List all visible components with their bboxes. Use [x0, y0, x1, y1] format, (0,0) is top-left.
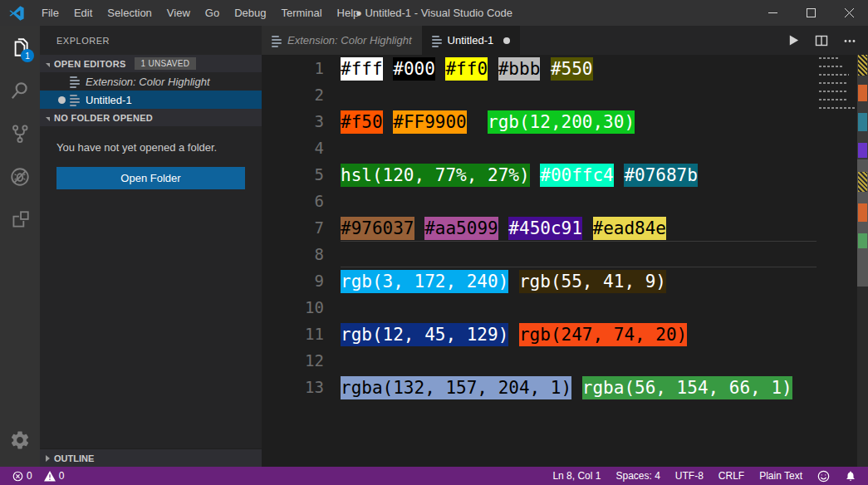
run-button[interactable] [787, 34, 800, 47]
menu-item-selection[interactable]: Selection [100, 0, 159, 26]
error-count: 0 [27, 470, 32, 482]
menu-item-edit[interactable]: Edit [66, 0, 100, 26]
feedback-smiley-icon[interactable] [814, 467, 833, 485]
debug-icon[interactable] [0, 155, 40, 198]
eol[interactable]: CRLF [715, 467, 748, 485]
tab-label: Extension: Color Highlight [287, 34, 412, 47]
source-control-icon[interactable] [0, 112, 40, 155]
space-token [435, 57, 446, 81]
menu-item-file[interactable]: File [34, 0, 66, 26]
code-line[interactable]: 5hsl(120, 77%, 27%) #00ffc4 #07687b [262, 161, 868, 188]
color-token: rgb(12, 45, 129) [341, 323, 508, 346]
code-line[interactable]: 9rgb(3, 172, 240) rgb(55, 41, 9) [262, 267, 868, 294]
minimap-line [819, 99, 848, 100]
code-line[interactable]: 6 [262, 188, 868, 214]
open-editor-item[interactable]: Untitled-1 [40, 91, 262, 109]
code-line[interactable]: 8 [262, 241, 868, 267]
maximize-button[interactable] [792, 0, 830, 26]
menu-item-terminal[interactable]: Terminal [273, 0, 329, 26]
color-token: rgba(56, 154, 66, 1) [582, 376, 792, 399]
code-line[interactable]: 1#fff #000 #ff0 #bbb #550 [262, 55, 868, 81]
encoding[interactable]: UTF-8 [672, 467, 707, 485]
ruler-color-mark [858, 55, 867, 76]
editor-group: Extension: Color HighlightUntitled-1 [262, 26, 868, 467]
line-content: #976037 #aa5099 #450c91 #ead84e [341, 214, 817, 241]
line-number: 3 [262, 108, 324, 135]
editor-tab[interactable]: Extension: Color Highlight [262, 26, 422, 55]
tab-bar: Extension: Color HighlightUntitled-1 [262, 26, 868, 55]
menu-item-go[interactable]: Go [198, 0, 227, 26]
code-line[interactable]: 2 [262, 81, 868, 108]
code-line[interactable]: 12 [262, 347, 868, 374]
title-bar: FileEditSelectionViewGoDebugTerminalHelp… [0, 0, 868, 26]
chevron-collapsed-icon [46, 455, 50, 462]
editor-tab[interactable]: Untitled-1 [422, 26, 521, 55]
cursor-position[interactable]: Ln 8, Col 1 [549, 467, 604, 485]
more-actions-button[interactable] [843, 34, 856, 47]
settings-gear-icon[interactable] [0, 419, 40, 462]
split-editor-button[interactable] [815, 34, 828, 47]
space-token [488, 57, 498, 81]
code-line[interactable]: 3#f50 #FF9900 rgb(12,200,30) [262, 108, 868, 135]
overview-ruler[interactable] [857, 55, 868, 467]
line-content [341, 135, 817, 161]
vscode-window: FileEditSelectionViewGoDebugTerminalHelp… [0, 0, 868, 485]
menu-item-debug[interactable]: Debug [227, 0, 273, 26]
line-content [341, 241, 817, 267]
color-token: #ff0 [445, 57, 488, 81]
code-line[interactable]: 4 [262, 135, 868, 161]
no-folder-message: You have not yet opened a folder. [40, 126, 262, 155]
line-number: 13 [262, 374, 324, 400]
language-mode[interactable]: Plain Text [756, 467, 806, 485]
line-content: #fff #000 #ff0 #bbb #550 [341, 55, 817, 81]
color-token: #000 [393, 57, 435, 81]
explorer-badge: 1 [21, 49, 34, 62]
open-editor-item[interactable]: Extension: Color Highlight [40, 72, 262, 91]
minimap-line [819, 66, 843, 67]
color-token: rgb(247, 74, 20) [519, 323, 687, 346]
problems-warnings[interactable]: 0 [40, 467, 69, 485]
editor-body: 1#fff #000 #ff0 #bbb #55023#f50 #FF9900 … [262, 55, 868, 467]
minimap-line [819, 82, 846, 84]
line-content: hsl(120, 77%, 27%) #00ffc4 #07687b [341, 161, 817, 188]
color-token: rgb(3, 172, 240) [341, 270, 508, 293]
code-lines[interactable]: 1#fff #000 #ff0 #bbb #55023#f50 #FF9900 … [262, 55, 868, 467]
extensions-icon[interactable] [0, 198, 40, 242]
line-content: rgba(132, 157, 204, 1) rgba(56, 154, 66,… [341, 374, 817, 400]
outline-header[interactable]: OUTLINE [40, 448, 262, 467]
explorer-icon[interactable]: 1 [0, 26, 40, 69]
chevron-expanded-icon [46, 63, 50, 67]
modified-dot-icon [503, 37, 510, 44]
code-line[interactable]: 7#976037 #aa5099 #450c91 #ead84e [262, 214, 868, 241]
space-token [467, 110, 488, 134]
search-icon[interactable] [0, 69, 40, 112]
open-editors-header[interactable]: OPEN EDITORS 1 UNSAVED [40, 55, 262, 72]
chevron-expanded-icon [46, 117, 50, 121]
space-token [614, 164, 625, 187]
menu-item-help[interactable]: Help [330, 0, 367, 26]
open-folder-button[interactable]: Open Folder [56, 167, 245, 189]
line-number: 1 [262, 55, 324, 81]
code-line[interactable]: 11rgb(12, 45, 129) rgb(247, 74, 20) [262, 321, 868, 347]
problems-errors[interactable]: 0 [8, 467, 37, 485]
no-folder-header[interactable]: NO FOLDER OPENED [40, 109, 262, 126]
close-button[interactable] [830, 0, 868, 26]
space-token [383, 110, 394, 134]
color-token: #976037 [341, 217, 414, 240]
code-line[interactable]: 13rgba(132, 157, 204, 1) rgba(56, 154, 6… [262, 374, 868, 400]
indentation[interactable]: Spaces: 4 [612, 467, 663, 485]
space-token [498, 217, 509, 240]
line-number: 4 [262, 135, 324, 161]
minimap-line [819, 74, 849, 76]
color-token: #ead84e [593, 217, 667, 240]
color-token: rgb(55, 41, 9) [519, 270, 666, 293]
minimize-button[interactable] [753, 0, 792, 26]
file-icon [272, 36, 282, 46]
menu-item-view[interactable]: View [159, 0, 198, 26]
code-line[interactable]: 10 [262, 294, 868, 321]
line-number: 6 [262, 188, 324, 214]
open-editors-label: OPEN EDITORS [54, 59, 126, 69]
color-token: #07687b [624, 164, 698, 187]
notifications-bell-icon[interactable] [841, 467, 860, 485]
minimap[interactable] [817, 55, 857, 467]
